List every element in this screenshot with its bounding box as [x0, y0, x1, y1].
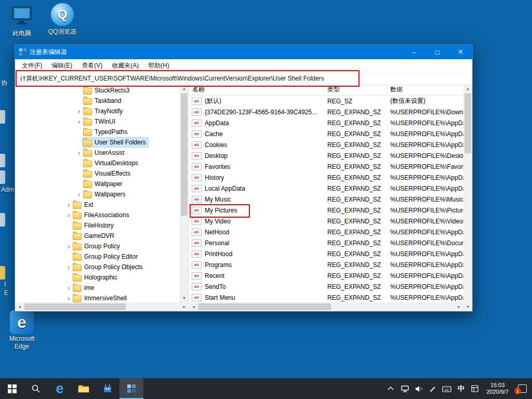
scroll-right-icon[interactable]: ►: [180, 302, 189, 311]
scroll-down-icon[interactable]: ▼: [180, 294, 189, 302]
tree-item[interactable]: ›Group Policy Objects: [15, 262, 180, 272]
tree-horizontal-scrollbar[interactable]: ◄ ►: [15, 302, 189, 311]
expand-chevron-icon[interactable]: ›: [65, 283, 72, 293]
taskbar-regedit-button[interactable]: [119, 378, 143, 399]
desktop-icon-fragment[interactable]: [0, 110, 5, 124]
column-header-name[interactable]: 名称: [189, 84, 324, 95]
tree-item[interactable]: ›ImmersiveShell: [15, 293, 180, 302]
column-header-type[interactable]: 类型: [324, 84, 387, 95]
registry-value-row[interactable]: abNetHoodREG_EXPAND_SZ%USERPROFILE%\AppD…: [189, 227, 463, 237]
taskbar-file-explorer-button[interactable]: [72, 378, 96, 399]
volume-muted-icon[interactable]: [414, 384, 423, 393]
expand-chevron-icon[interactable]: ›: [65, 262, 72, 272]
expand-chevron-icon[interactable]: ›: [65, 210, 72, 220]
expand-chevron-icon[interactable]: ›: [65, 200, 72, 210]
tree-item[interactable]: Taskband: [15, 96, 180, 106]
tree-item[interactable]: ›TWinUI: [15, 116, 180, 127]
registry-value-row[interactable]: abMy MusicREG_EXPAND_SZ%USERPROFILE%\Mus…: [189, 194, 463, 205]
scrollbar-thumb[interactable]: [464, 94, 471, 153]
action-center-button[interactable]: 1: [515, 384, 527, 393]
registry-value-row[interactable]: abRecentREG_EXPAND_SZ%USERPROFILE%\AppDa: [189, 270, 463, 281]
tree-item[interactable]: TypedPaths: [15, 127, 180, 137]
registry-value-row[interactable]: abPersonalREG_EXPAND_SZ%USERPROFILE%\Doc…: [189, 237, 463, 248]
registry-value-row[interactable]: abDesktopREG_EXPAND_SZ%USERPROFILE%\Desk…: [189, 150, 463, 161]
scrollbar-thumb[interactable]: [198, 303, 331, 310]
close-button[interactable]: ×: [449, 45, 472, 59]
desktop-icon-fragment[interactable]: [0, 170, 5, 184]
list-horizontal-scrollbar[interactable]: ◄ ►: [189, 302, 463, 311]
menu-item-1[interactable]: 编辑(E): [47, 61, 77, 70]
expand-chevron-icon[interactable]: ›: [75, 106, 83, 116]
registry-value-row[interactable]: abPrintHoodREG_EXPAND_SZ%USERPROFILE%\Ap…: [189, 248, 463, 259]
network-status-icon[interactable]: [400, 384, 409, 393]
search-button[interactable]: [24, 378, 48, 399]
tree-item[interactable]: GameDVR: [15, 231, 180, 241]
ime-indicator[interactable]: 中: [456, 384, 466, 393]
registry-value-row[interactable]: abFavoritesREG_EXPAND_SZ%USERPROFILE%\Fa…: [189, 161, 463, 172]
tree-item[interactable]: FileHistory: [15, 220, 180, 231]
tree-item[interactable]: ›Ext: [15, 200, 180, 210]
tree-item[interactable]: ›ime: [15, 283, 180, 293]
registry-value-row[interactable]: abSendToREG_EXPAND_SZ%USERPROFILE%\AppDa: [189, 281, 463, 292]
tree-item[interactable]: Group Policy Editor: [15, 251, 180, 262]
menu-item-2[interactable]: 查看(V): [77, 61, 107, 70]
input-options-icon[interactable]: [470, 384, 480, 393]
address-bar[interactable]: 计算机\HKEY_CURRENT_USER\SOFTWARE\Microsoft…: [15, 72, 472, 85]
registry-value-row[interactable]: abStart MenuREG_EXPAND_SZ%USERPROFILE%\A…: [189, 292, 463, 302]
expand-chevron-icon[interactable]: ›: [65, 293, 72, 302]
column-header-data[interactable]: 数据: [387, 84, 463, 95]
menu-item-3[interactable]: 收藏夹(A): [107, 61, 143, 70]
tree-item[interactable]: ›FileAssociations: [15, 210, 180, 220]
tree-item[interactable]: User Shell Folders: [15, 137, 180, 148]
scroll-left-icon[interactable]: ◄: [189, 302, 198, 311]
taskbar-clock[interactable]: 15:03 2020/9/7: [484, 382, 511, 395]
expand-chevron-icon[interactable]: ›: [75, 148, 83, 158]
registry-value-row[interactable]: abHistoryREG_EXPAND_SZ%USERPROFILE%\AppD…: [189, 172, 463, 183]
tree-item[interactable]: Wallpaper: [15, 179, 180, 189]
tree-item[interactable]: VisualEffects: [15, 168, 180, 179]
registry-value-row[interactable]: abCacheREG_EXPAND_SZ%USERPROFILE%\AppDa: [189, 128, 463, 139]
tree-item[interactable]: ›Wallpapers: [15, 189, 180, 200]
registry-value-row[interactable]: ab{374DE290-123F-4565-9164-39C4925...REG…: [189, 107, 463, 117]
taskbar-edge-button[interactable]: e: [48, 378, 72, 399]
tree-item[interactable]: ›TrayNotify: [15, 106, 180, 116]
expand-chevron-icon[interactable]: ›: [75, 116, 83, 127]
desktop-icon-fragment[interactable]: [0, 154, 5, 167]
tree-item[interactable]: Holographic: [15, 272, 180, 283]
registry-value-row[interactable]: abMy VideoREG_EXPAND_SZ%USERPROFILE%\Vid…: [189, 216, 463, 227]
registry-value-row[interactable]: abAppDataREG_EXPAND_SZ%USERPROFILE%\AppD…: [189, 117, 463, 128]
menu-item-4[interactable]: 帮助(H): [143, 61, 174, 70]
scroll-left-icon[interactable]: ◄: [15, 302, 24, 311]
scroll-up-icon[interactable]: ▲: [180, 84, 189, 93]
desktop-icon-fragment[interactable]: [0, 213, 5, 227]
scroll-right-icon[interactable]: ►: [455, 302, 463, 311]
taskbar-store-button[interactable]: [96, 378, 119, 399]
tree-item[interactable]: ›UserAssist: [15, 148, 180, 158]
tree-item[interactable]: ›Group Policy: [15, 241, 180, 251]
registry-value-row[interactable]: abCookiesREG_EXPAND_SZ%USERPROFILE%\AppD…: [189, 139, 463, 150]
scroll-down-icon[interactable]: ▼: [463, 302, 472, 311]
desktop-icon-this-pc[interactable]: 此电脑: [3, 4, 41, 38]
start-button[interactable]: [0, 378, 24, 399]
scrollbar-thumb[interactable]: [181, 94, 188, 216]
desktop-icon-qq-browser[interactable]: Q QQ浏览器: [44, 3, 81, 36]
registry-value-row[interactable]: abLocal AppDataREG_EXPAND_SZ%USERPROFILE…: [189, 183, 463, 194]
registry-value-row[interactable]: abMy PicturesREG_EXPAND_SZ%USERPROFILE%\…: [189, 205, 463, 216]
pen-icon[interactable]: [428, 384, 437, 393]
desktop-icon-microsoft-edge[interactable]: e Microsoft Edge: [3, 310, 41, 351]
touch-keyboard-icon[interactable]: [442, 384, 451, 393]
minimize-button[interactable]: –: [402, 45, 425, 59]
scroll-up-icon[interactable]: ▲: [463, 84, 472, 93]
tree-item[interactable]: VirtualDesktops: [15, 158, 180, 168]
menu-item-0[interactable]: 文件(F): [17, 61, 47, 70]
tree-item[interactable]: StuckRects3: [15, 85, 180, 96]
title-bar[interactable]: 注册表编辑器 – □ ×: [15, 45, 472, 59]
maximize-button[interactable]: □: [425, 45, 449, 59]
tree-vertical-scrollbar[interactable]: ▲ ▼: [180, 84, 189, 302]
expand-chevron-icon[interactable]: ›: [75, 189, 83, 200]
registry-value-row[interactable]: abProgramsREG_EXPAND_SZ%USERPROFILE%\App…: [189, 259, 463, 270]
scrollbar-thumb[interactable]: [24, 303, 126, 310]
desktop-icon-fragment[interactable]: [0, 266, 5, 280]
tray-expand-button[interactable]: [386, 384, 395, 393]
list-vertical-scrollbar[interactable]: ▲ ▼: [463, 84, 472, 311]
